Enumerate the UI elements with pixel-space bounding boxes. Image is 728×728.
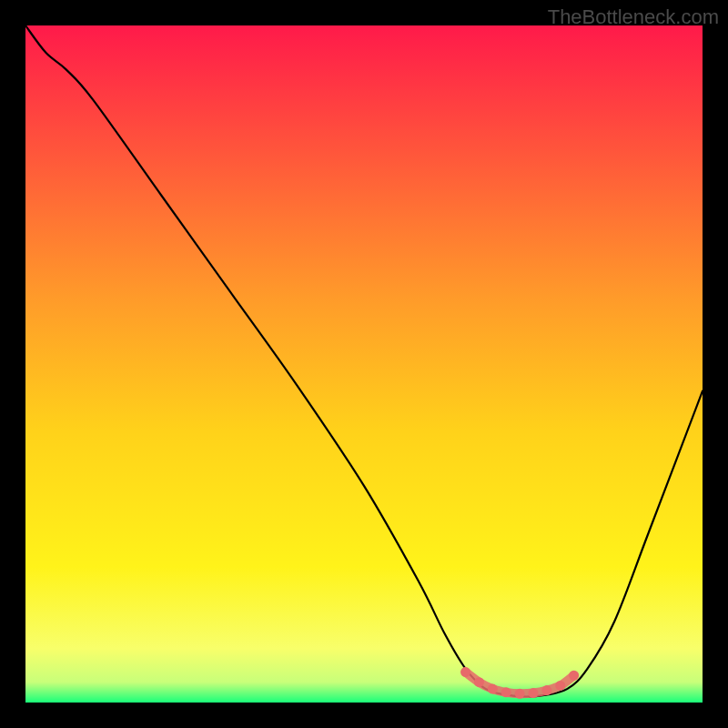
highlight-dot bbox=[474, 677, 484, 687]
highlight-dot bbox=[555, 681, 565, 691]
highlight-dot bbox=[501, 687, 511, 697]
chart-background bbox=[25, 25, 703, 703]
chart-svg bbox=[25, 25, 703, 703]
highlight-dot bbox=[515, 689, 525, 699]
highlight-dot bbox=[541, 685, 551, 695]
chart-plot bbox=[25, 25, 703, 703]
highlight-dot bbox=[569, 671, 579, 681]
highlight-dot bbox=[529, 688, 539, 698]
chart-container: TheBottleneck.com bbox=[0, 0, 728, 728]
highlight-dot bbox=[488, 684, 498, 694]
watermark-text: TheBottleneck.com bbox=[548, 5, 719, 29]
highlight-dot bbox=[460, 667, 470, 677]
